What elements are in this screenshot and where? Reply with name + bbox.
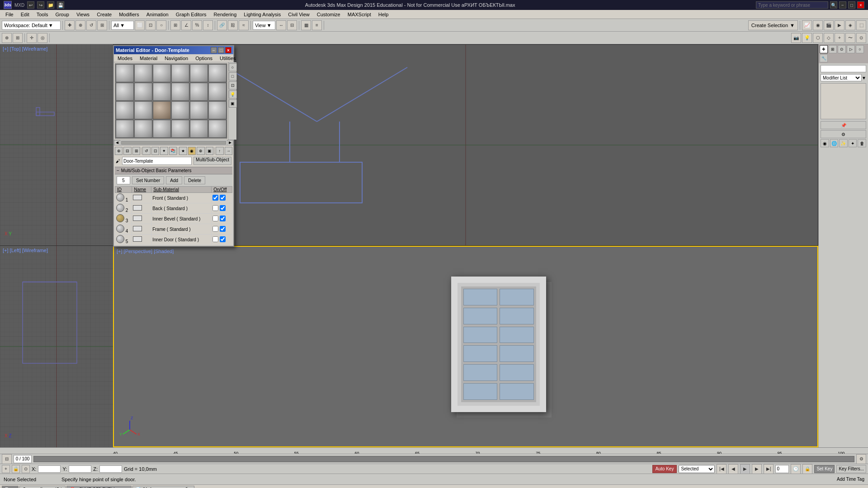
render-setup-btn[interactable]: 🎬 <box>824 20 834 30</box>
select-btn[interactable]: ✚ <box>65 20 75 30</box>
mat-ball-2[interactable] <box>134 64 152 82</box>
show-in-viewport-btn[interactable]: ◉ <box>188 147 196 155</box>
menu-create[interactable]: Create <box>93 11 115 18</box>
row5-checkbox[interactable] <box>212 236 218 242</box>
taskbar-max[interactable]: 🎯 аРХИТ ОБЪЕКТЫ.max... <box>66 486 132 488</box>
row2-checkbox[interactable] <box>212 205 218 211</box>
spacewarp-btn[interactable]: 〜 <box>845 33 855 43</box>
systems-btn[interactable]: ⊙ <box>856 33 866 43</box>
row5-color[interactable] <box>133 236 142 242</box>
show-map-btn[interactable]: ▣ <box>206 147 213 155</box>
lasso-btn[interactable]: ○ <box>156 20 166 30</box>
make-unique-mat-btn[interactable]: ✦ <box>160 147 168 155</box>
mat-menu-utilities[interactable]: Utilities <box>218 55 237 61</box>
mat-menu-navigation[interactable]: Navigation <box>163 55 190 61</box>
menu-maxscript[interactable]: MAXScript <box>344 11 375 18</box>
row2-sub-mat[interactable]: Back ( Standard ) <box>151 203 212 214</box>
mat-ball-18[interactable] <box>208 101 226 119</box>
mat-ball-21[interactable] <box>153 120 171 138</box>
row3-checkbox[interactable] <box>212 216 218 221</box>
mat-editor-min-btn[interactable]: − <box>211 47 217 53</box>
col-name-header[interactable]: Name <box>132 187 151 193</box>
render-btn[interactable]: ▶ <box>835 20 844 30</box>
mirror-btn[interactable]: ↔ <box>276 20 286 30</box>
mat-ball-20[interactable] <box>134 120 152 138</box>
ribbon-btn[interactable]: ≡ <box>312 20 322 30</box>
search-input[interactable] <box>756 1 828 9</box>
frame-input[interactable] <box>775 465 789 473</box>
col-id-header[interactable]: ID <box>115 187 132 193</box>
mat-ball-16[interactable] <box>171 101 189 119</box>
get-material-btn[interactable]: ⊕ <box>115 147 123 155</box>
menu-tools[interactable]: Tools <box>33 11 52 18</box>
select-region-btn[interactable]: ⬜ <box>135 20 145 30</box>
mat-ball-17[interactable] <box>190 101 208 119</box>
taskbar-arch[interactable]: 📄 01-Архитектурные об... <box>132 486 195 488</box>
timeline-slider[interactable] <box>33 456 854 462</box>
nav-icon1[interactable]: + <box>2 465 10 473</box>
environment-btn[interactable]: 🌐 <box>830 139 839 147</box>
time-config-btn[interactable]: ⚙ <box>856 454 866 464</box>
row1-color[interactable] <box>133 195 142 200</box>
put-to-library-btn[interactable]: 📚 <box>169 147 177 155</box>
prev-frame-btn[interactable]: ◀ <box>728 464 738 474</box>
goto-end-btn[interactable]: ▶| <box>764 464 774 474</box>
menu-lighting[interactable]: Lighting Analysis <box>240 11 284 18</box>
top-viewport[interactable]: [+] [Top] [Wireframe] <box>0 44 113 246</box>
row4-checkbox[interactable] <box>212 226 218 232</box>
mat-sphere-icon[interactable]: ○ <box>229 63 237 71</box>
row1-checkbox[interactable] <box>212 195 218 201</box>
menu-civil[interactable]: Civil View <box>284 11 313 18</box>
active-shade-btn[interactable]: ◈ <box>845 20 855 30</box>
play-btn[interactable]: ▶ <box>740 464 750 474</box>
window-btn[interactable]: ⊡ <box>146 20 156 30</box>
close-btn[interactable]: × <box>857 1 864 9</box>
align-btn[interactable]: ⊟ <box>287 20 297 30</box>
go-to-parent-btn[interactable]: ↑ <box>216 147 223 155</box>
z-input[interactable] <box>99 465 122 473</box>
taskbar-disk[interactable]: Съемный диск (G:) <box>19 486 66 488</box>
mat-ball-24[interactable] <box>208 120 226 138</box>
view-dropdown[interactable]: View ▼ <box>253 21 275 30</box>
minimize-btn[interactable]: − <box>839 1 846 9</box>
select-ref-btn[interactable]: ⊕ <box>2 33 12 43</box>
mat-ball-8[interactable] <box>134 83 152 101</box>
mat-ball-11[interactable] <box>190 83 208 101</box>
rp-tab-hierarchy[interactable]: ⊙ <box>838 45 846 53</box>
mat-ball-5[interactable] <box>190 64 208 82</box>
create-selection-btn[interactable]: Create Selection ▼ <box>748 20 798 30</box>
mat-ball-12[interactable] <box>208 83 226 101</box>
row3-checkbox2[interactable] <box>220 216 226 221</box>
reset-material-btn[interactable]: ↺ <box>142 147 150 155</box>
mat-editor-close-btn[interactable]: × <box>225 47 231 53</box>
scroll-left-btn[interactable]: ◀ <box>114 140 120 145</box>
mat-type-btn[interactable]: Multi/Sub-Object <box>193 157 231 165</box>
link-btn[interactable]: 🔗 <box>217 20 227 30</box>
modifier-search-input[interactable] <box>821 65 866 72</box>
angle-snap-btn[interactable]: ∠ <box>181 20 191 30</box>
graph-editors-btn[interactable]: 📈 <box>802 20 812 30</box>
frame-display[interactable]: 0 / 100 <box>14 455 32 463</box>
pivot-btn[interactable]: ✛ <box>27 33 37 43</box>
mat-menu-options[interactable]: Options <box>193 55 214 61</box>
render-effects-btn[interactable]: ✨ <box>839 139 848 147</box>
menu-customize[interactable]: Customize <box>313 11 344 18</box>
scale-btn[interactable]: ⊞ <box>97 20 107 30</box>
mat-ball-9[interactable] <box>153 83 171 101</box>
configure-modifier-sets-btn[interactable]: ⚙ <box>821 130 866 138</box>
sub-obj-header[interactable]: − Multi/Sub-Object Basic Parameters <box>115 167 232 174</box>
rotate-btn[interactable]: ↺ <box>86 20 96 30</box>
start-btn[interactable]: Пуск <box>2 486 19 488</box>
row1-checkbox2[interactable] <box>220 195 226 201</box>
row2-checkbox2[interactable] <box>220 205 226 211</box>
rp-tab-utilities[interactable]: 🔧 <box>820 54 828 62</box>
scroll-right-btn[interactable]: ▶ <box>227 140 233 145</box>
mat-ball-15[interactable] <box>153 101 171 119</box>
open-btn[interactable]: 📁 <box>47 1 54 9</box>
row1-sub-mat[interactable]: Front ( Standard ) <box>151 193 212 203</box>
workspace-dropdown[interactable]: Workspace: Default ▼ <box>2 21 61 30</box>
active-shade-vp-btn[interactable]: ◉ <box>821 139 829 147</box>
mat-ball-13[interactable] <box>116 101 134 119</box>
mat-bg-icon[interactable]: ▣ <box>229 99 237 108</box>
snap-btn[interactable]: ⊞ <box>170 20 180 30</box>
